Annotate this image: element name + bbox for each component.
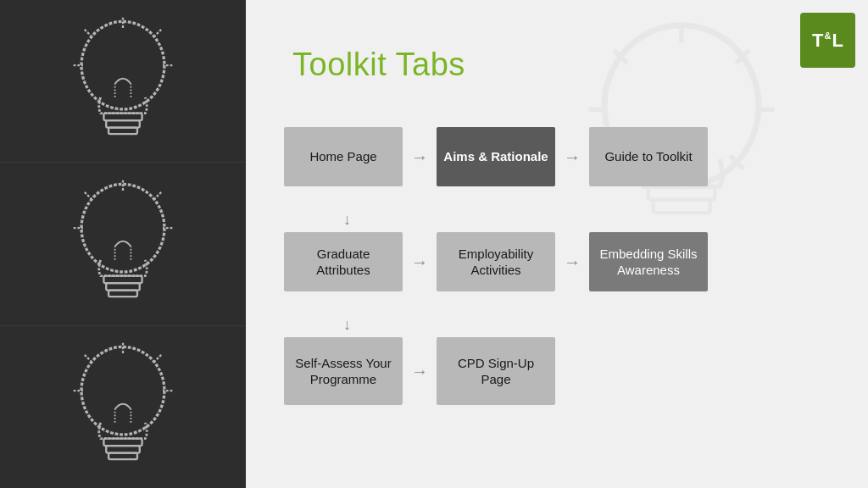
svg-line-8 [85,29,92,36]
svg-point-22 [81,347,164,435]
bulb-section-2 [0,163,246,325]
svg-line-18 [153,192,161,200]
svg-line-19 [85,192,92,200]
lightbulb-icon-3 [38,339,208,474]
arrow-1-1: → [403,147,437,167]
down-arrow-icon-1: ↓ [343,212,351,227]
arrow-2-1: → [403,252,437,272]
graduate-attributes-box[interactable]: Graduate Attributes [284,232,403,291]
tl-logo: T&L [800,13,855,68]
arrow-2-2: → [555,252,589,272]
svg-rect-25 [108,453,137,460]
svg-point-0 [81,21,164,109]
svg-line-7 [153,29,161,36]
sidebar [0,0,246,488]
arrow-1-2: → [555,147,589,167]
down-arrow-icon-2: ↓ [343,317,351,332]
svg-rect-24 [106,446,140,452]
svg-point-11 [81,184,164,272]
svg-rect-3 [108,127,137,134]
bulb-section-1 [0,0,246,163]
flowchart: Home Page → Aims & Rationale → Guide to … [284,127,868,430]
arrow-3-1: → [403,362,437,381]
lightbulb-icon-1 [38,14,208,149]
bulb-section-3 [0,326,246,488]
svg-rect-14 [108,291,137,297]
self-assess-box[interactable]: Self-Assess Your Programme [284,337,403,405]
svg-line-29 [153,355,161,363]
embedding-skills-box[interactable]: Embedding Skills Awareness [589,232,708,291]
aims-rationale-box[interactable]: Aims & Rationale [437,127,555,186]
main-content: T&L Toolkit Tabs Home Page → Aims & Rati… [246,0,868,488]
down-arrow-1: ↓ [284,212,868,227]
lightbulb-icon-2 [38,176,208,312]
svg-rect-2 [106,120,140,127]
home-page-box[interactable]: Home Page [284,127,403,186]
cpd-signup-box[interactable]: CPD Sign-Up Page [437,337,555,405]
flow-row-3: Self-Assess Your Programme → CPD Sign-Up… [284,337,868,405]
svg-rect-13 [106,283,140,290]
flow-row-1: Home Page → Aims & Rationale → Guide to … [284,127,868,186]
flow-row-2: Graduate Attributes → Employability Acti… [284,232,868,291]
page-title: Toolkit Tabs [292,47,465,83]
svg-line-30 [85,355,92,363]
logo-ampersand: & [825,30,832,41]
guide-toolkit-box[interactable]: Guide to Toolkit [589,127,708,186]
logo-text: T&L [812,31,843,50]
down-arrow-2: ↓ [284,317,868,332]
employability-activities-box[interactable]: Employability Activities [437,232,555,291]
